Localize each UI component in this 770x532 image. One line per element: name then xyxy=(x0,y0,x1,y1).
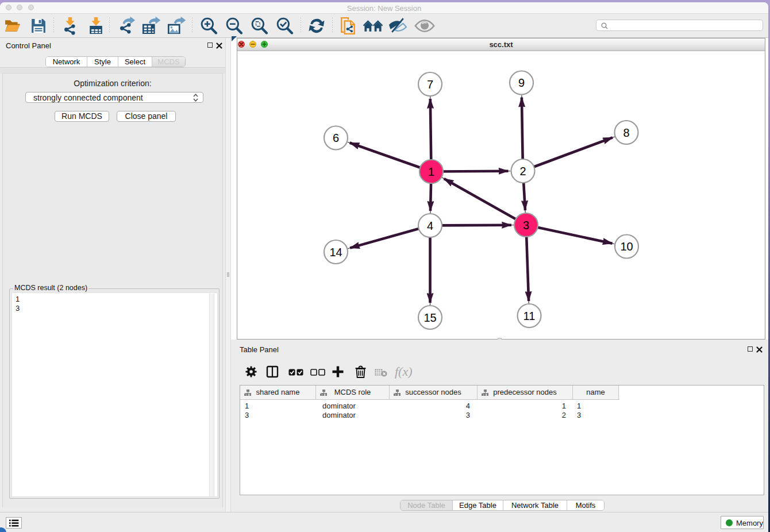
svg-text:14: 14 xyxy=(329,246,342,259)
svg-text:3: 3 xyxy=(523,219,529,232)
svg-text:8: 8 xyxy=(623,126,629,139)
svg-text:10: 10 xyxy=(620,240,633,253)
svg-text:7: 7 xyxy=(427,78,433,91)
svg-text:6: 6 xyxy=(333,132,339,144)
svg-text:9: 9 xyxy=(518,76,525,89)
svg-text:2: 2 xyxy=(519,165,526,178)
svg-text:15: 15 xyxy=(424,311,436,324)
svg-text:1: 1 xyxy=(428,165,434,178)
svg-text:11: 11 xyxy=(523,310,536,322)
svg-text:4: 4 xyxy=(427,219,433,232)
